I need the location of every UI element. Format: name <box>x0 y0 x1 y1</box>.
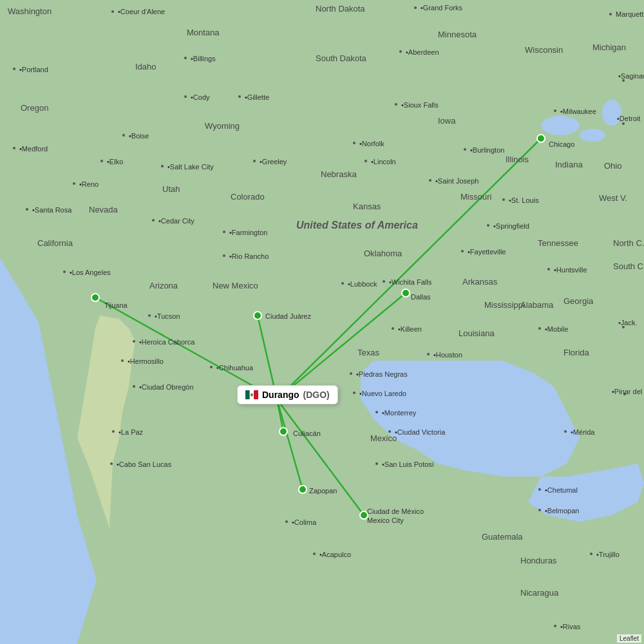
mexico-flag-icon <box>245 390 258 399</box>
arkansas-label: Arkansas <box>462 277 498 287</box>
dallas-dot <box>402 289 410 297</box>
caborca-label: •Heroica Caborca <box>139 338 195 346</box>
georgia-label: Georgia <box>564 296 594 306</box>
south-dakota-label: South Dakota <box>316 53 367 63</box>
tijuana-dot <box>91 294 99 301</box>
svg-point-46 <box>133 385 135 388</box>
map-container: Washington •Coeur d'Alene Montana North … <box>0 0 644 644</box>
ciudad-obregon-label: •Ciudad Obregón <box>139 383 194 391</box>
guatemala-label: Guatemala <box>482 532 523 542</box>
juarez-dot <box>254 312 261 319</box>
kansas-label: Kansas <box>353 202 381 211</box>
cabo-label: •Cabo San Lucas <box>117 460 172 468</box>
mexico-label: Mexico <box>370 433 397 443</box>
svg-point-40 <box>538 327 541 330</box>
san-luis-label: •San Luis Potosí <box>382 460 434 468</box>
chicago-label: Chicago <box>549 140 574 148</box>
leaflet-text: Leaflet <box>620 635 639 642</box>
washington-label: Washington <box>8 6 52 16</box>
boise-label: •Boise <box>129 132 149 140</box>
minnesota-label: Minnesota <box>438 30 477 39</box>
svg-point-4 <box>111 10 114 13</box>
michigan-label: Michigan <box>592 43 626 52</box>
greeley-label: •Greeley <box>260 158 287 166</box>
svg-point-49 <box>112 430 115 433</box>
oklahoma-label: Oklahoma <box>364 249 402 258</box>
svg-point-2 <box>580 129 605 142</box>
culiacan-dot <box>279 428 287 435</box>
colorado-label: Colorado <box>231 192 265 202</box>
mexico-city-label: Mexico City <box>367 516 404 524</box>
chetumal-label: •Chetumal <box>545 486 578 494</box>
svg-point-57 <box>538 488 541 491</box>
svg-point-23 <box>464 148 466 151</box>
hermosillo-label: •Hermosillo <box>128 357 164 365</box>
svg-point-55 <box>285 520 288 523</box>
svg-point-52 <box>564 430 567 433</box>
new-mexico-label: New Mexico <box>213 281 258 290</box>
svg-point-32 <box>63 270 66 273</box>
chicago-dot <box>537 135 545 142</box>
svg-point-7 <box>13 68 15 70</box>
svg-point-43 <box>210 366 213 368</box>
svg-point-51 <box>388 430 391 433</box>
svg-point-42 <box>121 359 124 362</box>
oregon-label: Oregon <box>21 103 48 113</box>
coeur-dalene-label: •Coeur d'Alene <box>118 8 165 15</box>
acapulco-label: •Acapulco <box>319 551 351 558</box>
zapopan-label: Zapopan <box>309 487 337 495</box>
svg-point-35 <box>341 282 344 285</box>
svg-point-12 <box>395 103 397 106</box>
iowa-label: Iowa <box>438 116 456 126</box>
killeen-label: •Killeen <box>398 325 422 333</box>
colima-label: •Colima <box>292 518 317 526</box>
wisconsin-label: Wisconsin <box>525 45 563 55</box>
svg-point-29 <box>223 231 225 233</box>
tucson-label: •Tucson <box>155 312 180 320</box>
reno-label: •Reno <box>79 180 99 188</box>
portland-label: •Portland <box>19 66 48 73</box>
svg-point-60 <box>554 625 556 627</box>
durango-code: (DGO) <box>303 390 330 400</box>
ciudad-victoria-label: •Ciudad Victoria <box>395 428 446 436</box>
svg-point-1 <box>541 116 580 135</box>
aberdeen-label: •Aberdeen <box>406 48 439 56</box>
svg-point-21 <box>253 160 256 162</box>
west-virginia-label: West V. <box>599 193 627 203</box>
culiacan-label: Culiacán <box>293 430 321 437</box>
california-label: California <box>37 238 73 248</box>
grand-forks-label: •Grand Forks <box>421 4 462 12</box>
svg-point-5 <box>414 6 417 9</box>
trujillo-label: •Trujillo <box>596 551 620 558</box>
norfolk-label: •Norfolk <box>359 140 384 147</box>
arizona-label: Arizona <box>149 281 178 290</box>
svg-point-6 <box>609 13 612 15</box>
fayetteville-label: •Fayetteville <box>468 248 506 256</box>
cdmx-label: Ciudad de México <box>367 507 424 515</box>
belmopan-label: •Belmopan <box>545 507 579 515</box>
leaflet-attribution[interactable]: Leaflet <box>617 634 641 643</box>
nebraska-label: Nebraska <box>321 169 357 179</box>
svg-point-33 <box>223 254 225 257</box>
ciudad-juarez-label: Ciudad Juárez <box>265 312 311 320</box>
svg-point-50 <box>375 411 378 413</box>
utah-label: Utah <box>162 184 180 194</box>
texas-label: Texas <box>357 348 379 357</box>
zapopan-dot <box>299 486 307 493</box>
svg-point-30 <box>487 224 489 227</box>
huntsville-label: •Huntsville <box>554 266 587 274</box>
montana-label: Montana <box>187 28 220 37</box>
st-louis-label: •St. Louis <box>509 196 539 204</box>
rivas-label: •Rivas <box>560 623 581 630</box>
svg-point-45 <box>350 372 352 375</box>
nicaragua-label: Nicaragua <box>520 588 559 598</box>
wyoming-label: Wyoming <box>205 121 240 131</box>
sioux-falls-label: •Sioux Falls <box>401 101 439 109</box>
jacksonville-label: •Jack. <box>618 319 638 327</box>
svg-point-38 <box>133 340 135 343</box>
honduras-label: Honduras <box>520 556 557 565</box>
cody-label: •Cody <box>191 93 210 101</box>
slc-label: •Salt Lake City <box>167 163 214 171</box>
louisiana-label: Louisiana <box>459 328 495 338</box>
chihuahua-label: •Chihuahua <box>216 364 254 372</box>
